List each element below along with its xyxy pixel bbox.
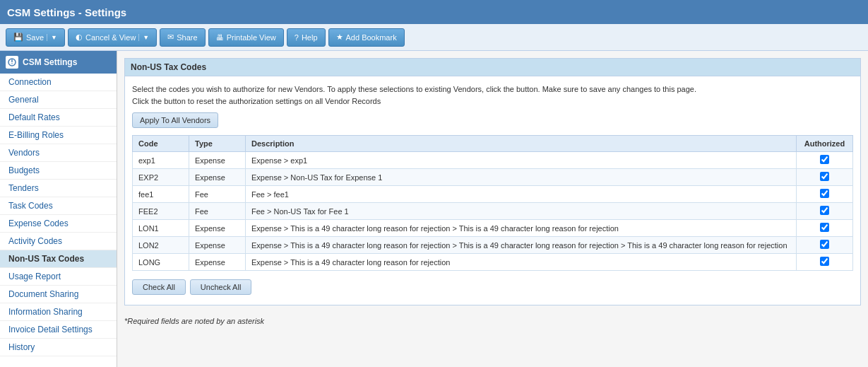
authorized-checkbox[interactable] <box>820 240 829 249</box>
section-body: Select the codes you wish to authorize f… <box>125 76 860 305</box>
cell-code: fee1 <box>133 186 189 203</box>
cell-code: LON2 <box>133 237 189 254</box>
cancel-view-button[interactable]: ◐ Cancel & View ▼ <box>68 28 157 47</box>
section-header: Non-US Tax Codes <box>125 59 860 76</box>
required-note: *Required fields are noted by an asteris… <box>124 313 861 325</box>
content-area: Non-US Tax Codes Select the codes you wi… <box>117 51 868 367</box>
sidebar-item-invoice-detail-settings[interactable]: Invoice Detail Settings <box>0 321 117 339</box>
cell-type: Fee <box>189 203 246 220</box>
uncheck-all-button[interactable]: Uncheck All <box>190 279 251 295</box>
instruction-text: Select the codes you wish to authorize f… <box>132 83 853 107</box>
cell-authorized <box>797 254 853 271</box>
table-row: LON2ExpenseExpense > This is a 49 charac… <box>133 237 853 254</box>
table-row: exp1ExpenseExpense > exp1 <box>133 152 853 169</box>
sidebar-item-general[interactable]: General <box>0 91 117 109</box>
cell-type: Fee <box>189 186 246 203</box>
main-layout: CSM Settings ConnectionGeneralDefault Ra… <box>0 51 868 367</box>
table-row: LONGExpenseExpense > This is a 49 charac… <box>133 254 853 271</box>
cell-description: Fee > fee1 <box>246 186 797 203</box>
cell-type: Expense <box>189 220 246 237</box>
authorized-checkbox[interactable] <box>820 223 829 232</box>
non-us-tax-codes-section: Non-US Tax Codes Select the codes you wi… <box>124 58 861 305</box>
cell-description: Expense > exp1 <box>246 152 797 169</box>
sidebar-item-task-codes[interactable]: Task Codes <box>0 197 117 215</box>
cancel-dropdown-arrow[interactable]: ▼ <box>138 34 149 41</box>
cell-authorized <box>797 203 853 220</box>
authorized-checkbox[interactable] <box>820 155 829 164</box>
cell-authorized <box>797 220 853 237</box>
sidebar-item-usage-report[interactable]: Usage Report <box>0 268 117 286</box>
cell-code: FEE2 <box>133 203 189 220</box>
cell-type: Expense <box>189 169 246 186</box>
cell-authorized <box>797 169 853 186</box>
sidebar-item-connection[interactable]: Connection <box>0 74 117 91</box>
page-title: CSM Settings - Settings <box>7 6 126 18</box>
col-header-type: Type <box>189 136 246 152</box>
authorized-checkbox[interactable] <box>820 172 829 181</box>
printable-view-button[interactable]: 🖶 Printable View <box>208 28 284 47</box>
cell-authorized <box>797 237 853 254</box>
svg-point-2 <box>11 63 13 64</box>
col-header-code: Code <box>133 136 189 152</box>
table-row: EXP2ExpenseExpense > Non-US Tax for Expe… <box>133 169 853 186</box>
sidebar: CSM Settings ConnectionGeneralDefault Ra… <box>0 51 117 367</box>
cell-description: Expense > This is a 49 character long re… <box>246 237 797 254</box>
top-bar: CSM Settings - Settings <box>0 0 868 24</box>
cell-description: Fee > Non-US Tax for Fee 1 <box>246 203 797 220</box>
sidebar-item-expense-codes[interactable]: Expense Codes <box>0 215 117 233</box>
table-row: fee1FeeFee > fee1 <box>133 186 853 203</box>
sidebar-item-non-us-tax-codes[interactable]: Non-US Tax Codes <box>0 250 117 268</box>
save-button[interactable]: 💾 Save ▼ <box>6 28 65 47</box>
sidebar-header-label: CSM Settings <box>23 57 77 67</box>
sidebar-item-information-sharing[interactable]: Information Sharing <box>0 303 117 321</box>
save-dropdown-arrow[interactable]: ▼ <box>47 34 57 41</box>
sidebar-item-e-billing-roles[interactable]: E-Billing Roles <box>0 127 117 144</box>
help-button[interactable]: ? Help <box>287 28 326 47</box>
save-icon: 💾 <box>13 33 23 42</box>
cell-code: exp1 <box>133 152 189 169</box>
col-header-description: Description <box>246 136 797 152</box>
cell-description: Expense > Non-US Tax for Expense 1 <box>246 169 797 186</box>
apply-to-all-vendors-button[interactable]: Apply To All Vendors <box>132 112 218 128</box>
cell-code: EXP2 <box>133 169 189 186</box>
cell-description: Expense > This is a 49 character long re… <box>246 220 797 237</box>
tax-codes-table: Code Type Description Authorized exp1Exp… <box>132 135 853 271</box>
sidebar-header: CSM Settings <box>0 51 117 74</box>
cell-type: Expense <box>189 152 246 169</box>
sidebar-item-vendors[interactable]: Vendors <box>0 144 117 162</box>
sidebar-item-document-sharing[interactable]: Document Sharing <box>0 286 117 303</box>
cell-description: Expense > This is a 49 character long re… <box>246 254 797 271</box>
bookmark-icon: ★ <box>336 33 343 42</box>
share-button[interactable]: ✉ Share <box>160 28 205 47</box>
cell-authorized <box>797 186 853 203</box>
authorized-checkbox[interactable] <box>820 257 829 266</box>
cancel-icon: ◐ <box>76 33 83 42</box>
cell-code: LON1 <box>133 220 189 237</box>
sidebar-item-default-rates[interactable]: Default Rates <box>0 109 117 127</box>
sidebar-items: ConnectionGeneralDefault RatesE-Billing … <box>0 74 117 356</box>
cell-type: Expense <box>189 237 246 254</box>
csm-settings-icon <box>6 56 18 69</box>
table-row: LON1ExpenseExpense > This is a 49 charac… <box>133 220 853 237</box>
print-icon: 🖶 <box>216 33 224 42</box>
cell-authorized <box>797 152 853 169</box>
check-all-button[interactable]: Check All <box>132 279 186 295</box>
sidebar-item-activity-codes[interactable]: Activity Codes <box>0 233 117 250</box>
authorized-checkbox[interactable] <box>820 206 829 215</box>
cell-code: LONG <box>133 254 189 271</box>
table-body: exp1ExpenseExpense > exp1EXP2ExpenseExpe… <box>133 152 853 271</box>
sidebar-item-tenders[interactable]: Tenders <box>0 180 117 197</box>
add-bookmark-button[interactable]: ★ Add Bookmark <box>328 28 405 47</box>
sidebar-item-budgets[interactable]: Budgets <box>0 162 117 180</box>
share-icon: ✉ <box>167 33 174 42</box>
sidebar-item-history[interactable]: History <box>0 339 117 356</box>
toolbar: 💾 Save ▼ ◐ Cancel & View ▼ ✉ Share 🖶 Pri… <box>0 24 868 51</box>
table-row: FEE2FeeFee > Non-US Tax for Fee 1 <box>133 203 853 220</box>
authorized-checkbox[interactable] <box>820 189 829 198</box>
bottom-buttons: Check All Uncheck All <box>132 276 853 298</box>
col-header-authorized: Authorized <box>797 136 853 152</box>
help-icon: ? <box>295 33 299 42</box>
cell-type: Expense <box>189 254 246 271</box>
